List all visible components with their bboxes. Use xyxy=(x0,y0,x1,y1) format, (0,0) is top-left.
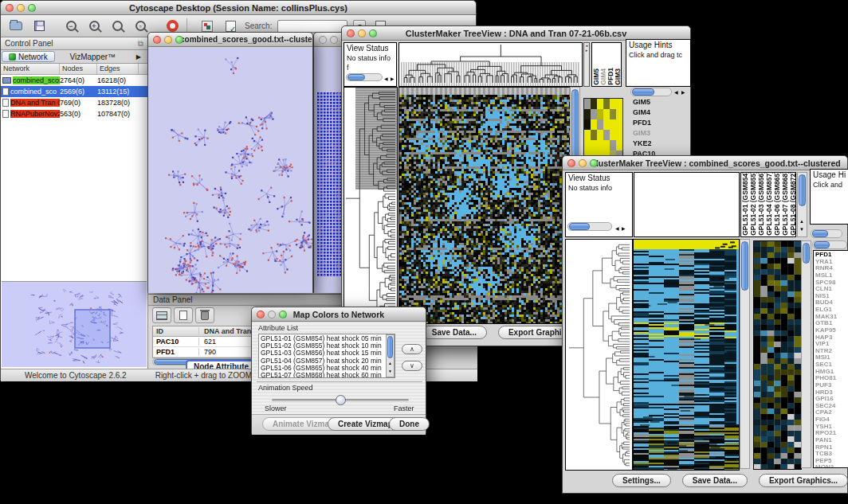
delete-attribute-button[interactable] xyxy=(195,307,214,323)
tab-vizmapper[interactable]: VizMapper™ xyxy=(56,50,130,63)
tv2-genelabel-scroll-thumb[interactable] xyxy=(814,241,830,248)
tv2-collabel-vscrollbar[interactable]: ▲ ▼ xyxy=(797,172,807,237)
scroll-up-icon[interactable]: ▲ xyxy=(799,219,804,224)
heatmap-cell[interactable] xyxy=(597,109,603,119)
tv2-zoom-heatmap[interactable] xyxy=(753,240,802,470)
tv2-column-label[interactable]: GPL51-01 (GSM854) xyxy=(742,172,749,236)
tv1-global-heatmap[interactable] xyxy=(398,87,571,324)
zoom-window-icon[interactable] xyxy=(369,29,377,37)
close-icon[interactable] xyxy=(6,4,14,12)
heatmap-cell[interactable] xyxy=(616,109,622,119)
tv2-collabel-scroll-thumb[interactable] xyxy=(799,174,806,206)
scroll-left-icon[interactable]: ◀ xyxy=(615,224,619,233)
tv2-button[interactable]: Export Graphics... xyxy=(759,474,848,487)
move-up-button[interactable]: ∧ xyxy=(402,344,422,354)
tv2-column-dendrogram-area[interactable] xyxy=(634,172,740,237)
heatmap-cell[interactable] xyxy=(584,119,591,130)
attribute-select-button[interactable] xyxy=(152,307,171,323)
minimize-icon[interactable] xyxy=(579,159,587,167)
heatmap-cell[interactable] xyxy=(591,140,597,150)
animation-speed-slider[interactable] xyxy=(272,399,409,401)
float-panel-icon[interactable]: ⧉ xyxy=(138,39,143,48)
heatmap-cell[interactable] xyxy=(603,99,610,109)
heatmap-cell[interactable] xyxy=(603,119,610,130)
tv2-vscrollbar[interactable] xyxy=(740,239,750,469)
tv2-column-label[interactable]: GPL51-08 (GSM872) xyxy=(790,172,796,236)
new-attribute-button[interactable] xyxy=(174,307,193,323)
main-titlebar[interactable]: Cytoscape Desktop (Session Name: collins… xyxy=(1,1,476,15)
heatmap-cell[interactable] xyxy=(591,119,597,130)
tv2-gene-label[interactable]: MON2 xyxy=(815,464,847,468)
heatmap-cell[interactable] xyxy=(584,99,591,109)
attribute-list-item[interactable]: GPL51-07 (GSM868) heat shock 60 min xyxy=(261,372,393,378)
slider-thumb[interactable] xyxy=(336,395,346,405)
minimize-icon[interactable] xyxy=(330,36,338,44)
tv2-column-label[interactable]: GPL51-02 (GSM855) xyxy=(750,172,757,236)
close-icon[interactable] xyxy=(567,159,575,167)
tv1-row-dendrogram[interactable] xyxy=(344,87,398,324)
zoom-window-icon[interactable] xyxy=(590,159,598,167)
tv2-column-label[interactable]: GPL51-04 (GSM857) xyxy=(766,172,773,236)
scroll-down-icon[interactable]: ▼ xyxy=(388,369,392,373)
scroll-left-icon[interactable]: ◀ xyxy=(384,74,388,84)
heatmap-cell[interactable] xyxy=(603,140,610,150)
tv2-zoom-vscrollbar[interactable] xyxy=(801,240,811,468)
tv2-status-scroll-thumb[interactable] xyxy=(569,223,590,230)
minimize-icon[interactable] xyxy=(17,4,25,12)
heatmap-cell[interactable] xyxy=(616,130,622,140)
heatmap-cell[interactable] xyxy=(610,130,616,140)
tv2-column-label[interactable]: GPL51-03 (GSM856) xyxy=(758,172,765,236)
birdseye-canvas[interactable] xyxy=(2,283,147,367)
network-list-row[interactable]: DNA and Tran 07769(0)183728(0) xyxy=(1,97,147,108)
zoom-window-icon[interactable] xyxy=(175,36,183,44)
tv2-hints-scroll-thumb[interactable] xyxy=(812,230,828,237)
network-list-row[interactable]: RNAPuberNov2+I563(0)107847(0) xyxy=(1,108,147,119)
tv2-column-label[interactable]: GPL51-07 (GSM868) xyxy=(782,172,789,236)
tab-overflow-arrow-icon[interactable]: ▶ xyxy=(130,50,147,63)
zoom-fit-icon[interactable] xyxy=(108,18,126,34)
search-input[interactable] xyxy=(277,20,347,33)
zoom-window-icon[interactable] xyxy=(28,4,36,12)
heatmap-cell[interactable] xyxy=(597,140,603,150)
zoom-in-icon[interactable]: + xyxy=(85,18,103,34)
zoom-out-icon[interactable]: − xyxy=(62,18,80,34)
tv1-status-scroll-thumb[interactable] xyxy=(347,74,365,80)
heatmap-cell[interactable] xyxy=(610,99,616,109)
heatmap-cell[interactable] xyxy=(616,140,622,150)
tv1-zoom-row-label[interactable]: YKE2 xyxy=(633,139,655,149)
scroll-right-icon[interactable]: ▶ xyxy=(681,89,685,95)
network1-canvas[interactable] xyxy=(148,48,312,293)
tv1-zoom-row-label[interactable]: GIM4 xyxy=(633,107,655,118)
birdseye-view[interactable] xyxy=(2,281,147,367)
dialog-titlebar[interactable]: Map Colors to Network xyxy=(252,307,426,322)
heatmap-cell[interactable] xyxy=(597,130,603,140)
open-session-button[interactable] xyxy=(7,18,25,34)
scroll-down-icon[interactable]: ▼ xyxy=(799,227,804,232)
heatmap-cell[interactable] xyxy=(616,99,622,109)
heatmap-cell[interactable] xyxy=(591,130,597,140)
heatmap-cell[interactable] xyxy=(610,109,616,119)
heatmap-cell[interactable] xyxy=(597,99,603,109)
done-button[interactable]: Done xyxy=(389,417,430,431)
heatmap-cell[interactable] xyxy=(597,119,603,130)
network-table-header[interactable]: Network Nodes Edges xyxy=(1,64,147,75)
tv1-button[interactable]: Save Data... xyxy=(422,326,487,339)
attribute-list-vscrollbar[interactable]: ▲ ▼ xyxy=(386,334,395,377)
tv2-column-label[interactable]: GPL51-06 (GSM865) xyxy=(774,172,781,236)
minimize-icon[interactable] xyxy=(358,29,366,37)
tv1-mini-scrollbar[interactable]: ◂▸ xyxy=(583,42,590,87)
tv1-zoom-row-label[interactable]: GIM5 xyxy=(633,97,655,107)
scroll-up-icon[interactable]: ▲ xyxy=(388,361,392,365)
tv1-zoom-heatmap[interactable] xyxy=(583,98,623,162)
attribute-list-scroll-thumb[interactable] xyxy=(387,336,393,358)
heatmap-cell[interactable] xyxy=(616,119,622,130)
network1-titlebar[interactable]: combined_scores_good.txt--cluste... xyxy=(148,33,312,47)
close-icon[interactable] xyxy=(257,311,265,318)
network-list-row[interactable]: combined_scores2764(0)16218(0) xyxy=(1,75,147,86)
tv1-zoom-hscrollbar[interactable] xyxy=(630,88,672,96)
close-icon[interactable] xyxy=(347,29,355,37)
tv2-button[interactable]: Save Data... xyxy=(682,474,748,487)
tv2-zoom-scroll-thumb[interactable] xyxy=(803,243,810,264)
heatmap-cell[interactable] xyxy=(584,140,591,150)
minimize-icon[interactable] xyxy=(268,311,276,318)
